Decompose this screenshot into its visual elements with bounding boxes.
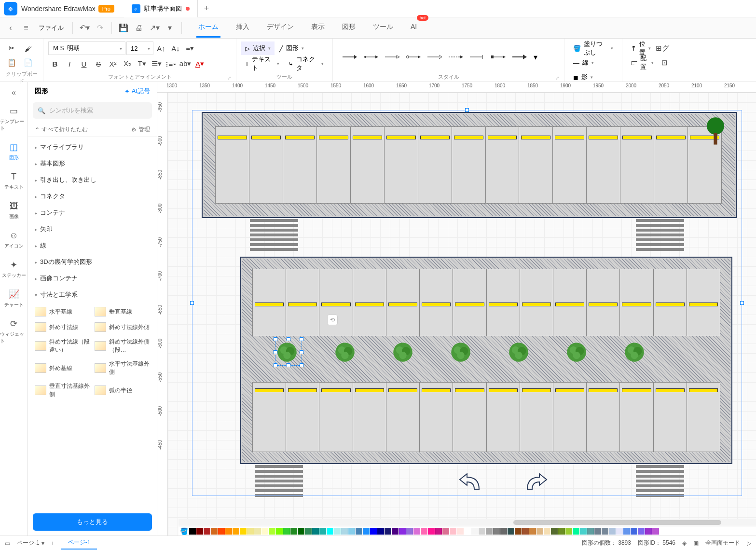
color-swatch[interactable] [305,528,312,535]
arrow-style-4[interactable] [406,54,421,60]
canvas[interactable]: ⟲ 🪣 [168,93,756,536]
arrow-style-1[interactable] [343,54,357,60]
tab-home[interactable]: ホーム [196,18,220,38]
color-swatch[interactable] [573,528,579,535]
collapse-sidebar[interactable]: « [0,86,27,99]
color-swatch[interactable] [233,528,239,535]
undo-button[interactable]: ↶▾ [78,21,91,35]
text-tool[interactable]: T テキスト▾ [241,57,283,70]
sidebar-templates[interactable]: ▭テンプレート [0,101,27,136]
color-swatch[interactable] [645,528,652,535]
layers-button[interactable]: ◈ [682,540,687,547]
text-dir-button[interactable]: ab▾ [179,57,192,70]
color-swatch[interactable] [312,528,319,535]
list-button[interactable]: ⫶≡▾ [164,57,178,70]
fill-button[interactable]: 🪣 塗りつぶし▾ [569,41,617,55]
color-swatch[interactable] [189,528,196,535]
spacing-button[interactable]: ☰▾ [150,57,163,70]
italic-button[interactable]: I [63,57,76,70]
color-swatch[interactable] [515,528,522,535]
distribute-button[interactable]: ⊡ [659,56,670,69]
font-color-button[interactable]: A▾ [193,57,206,70]
dim-item[interactable]: 斜め寸法線（段違い） [35,336,91,356]
color-swatch[interactable] [254,528,261,535]
back-button[interactable]: ‹ [4,21,17,35]
color-swatch[interactable] [442,528,449,535]
color-swatch[interactable] [529,528,536,535]
redo-button[interactable]: ↷ [93,21,107,35]
more-button[interactable]: もっと見る [33,513,152,531]
menu-button[interactable]: ≡ [19,21,33,35]
color-swatch[interactable] [240,528,247,535]
color-swatch[interactable] [638,528,645,535]
color-swatch[interactable] [522,528,529,535]
color-swatch[interactable] [652,528,659,535]
color-swatch[interactable] [616,528,623,535]
crosswalk[interactable] [250,219,298,251]
color-swatch[interactable] [196,528,203,535]
turn-arrow-right[interactable] [520,470,549,494]
color-swatch[interactable] [558,528,565,535]
group-button[interactable]: ⊞ グ [656,41,669,55]
color-swatch[interactable] [392,528,399,535]
color-swatch[interactable] [385,528,391,535]
dim-item[interactable]: 斜め寸法線 [35,320,91,334]
color-swatch[interactable] [261,528,268,535]
dim-item[interactable]: 斜め寸法線外側 [95,320,151,334]
color-swatch[interactable] [269,528,275,535]
color-swatch[interactable] [413,528,420,535]
arrow-style-8[interactable] [491,54,506,60]
sidebar-image[interactable]: 🖼画像 [0,196,27,224]
color-swatch[interactable] [377,528,384,535]
manage-button[interactable]: ⚙ 管理 [131,125,150,134]
color-swatch[interactable] [435,528,442,535]
arrow-style-6[interactable] [449,54,463,60]
color-swatch[interactable] [247,528,254,535]
color-swatch[interactable] [290,528,297,535]
tree-shrub[interactable] [566,342,587,363]
color-swatch[interactable] [609,528,616,535]
arrow-more[interactable]: ▾ [534,53,537,62]
sidebar-shapes[interactable]: ◫図形 [0,138,27,165]
cat-arrow[interactable]: 矢印 [28,221,157,237]
horizontal-scrollbar[interactable] [179,519,756,526]
dim-item[interactable]: 水平寸法基線外側 [95,358,151,378]
sidebar-chart[interactable]: 📈チャート [0,285,27,312]
sidebar-sticker[interactable]: ✦ステッカー [0,255,27,283]
ruler-horizontal[interactable]: 1300135014001450150015501600165017001750… [157,82,756,93]
print-button[interactable]: 🖨 [132,21,146,35]
cat-mylib[interactable]: マイライブラリ [28,139,157,155]
align-button-2[interactable]: ⫍ 配置▾ [627,56,658,69]
color-swatch[interactable] [348,528,355,535]
tab-insert[interactable]: 挿入 [234,18,251,38]
sidebar-icon[interactable]: ☺アイコン [0,226,27,253]
color-swatch[interactable] [631,528,637,535]
color-swatch[interactable] [204,528,210,535]
color-swatch[interactable] [594,528,601,535]
sidebar-text[interactable]: Tテキスト [0,167,27,194]
new-tab-button[interactable]: + [198,3,215,14]
cat-basic[interactable]: 基本図形 [28,155,157,172]
color-swatch[interactable] [587,528,594,535]
shape-tool[interactable]: ╱ 図形▾ [275,41,308,55]
file-menu[interactable]: ファイル [35,24,68,32]
crosswalk[interactable] [636,219,684,251]
superscript-button[interactable]: X² [106,57,120,70]
cat-callout[interactable]: 引き出し、吹き出し [28,172,157,188]
export-button[interactable]: ↗▾ [148,21,161,35]
position-button[interactable]: ⤒ 位置▾ [627,41,655,55]
color-swatch[interactable] [276,528,283,535]
sidebar-widget[interactable]: ⟳ウィジェット [0,314,27,348]
font-decrease-button[interactable]: A↓ [169,41,182,55]
tree-shrub[interactable] [624,342,645,363]
color-swatch[interactable] [602,528,608,535]
color-swatch[interactable] [327,528,333,535]
expand-icon[interactable]: ⤢ [227,75,231,81]
tree-large[interactable] [703,117,728,146]
align-button[interactable]: ≡▾ [183,41,197,55]
color-swatch[interactable] [508,528,514,535]
tab-shape[interactable]: 図形 [340,18,357,38]
color-swatch[interactable] [225,528,232,535]
tree-shrub[interactable] [334,342,356,363]
color-swatch[interactable] [471,528,478,535]
